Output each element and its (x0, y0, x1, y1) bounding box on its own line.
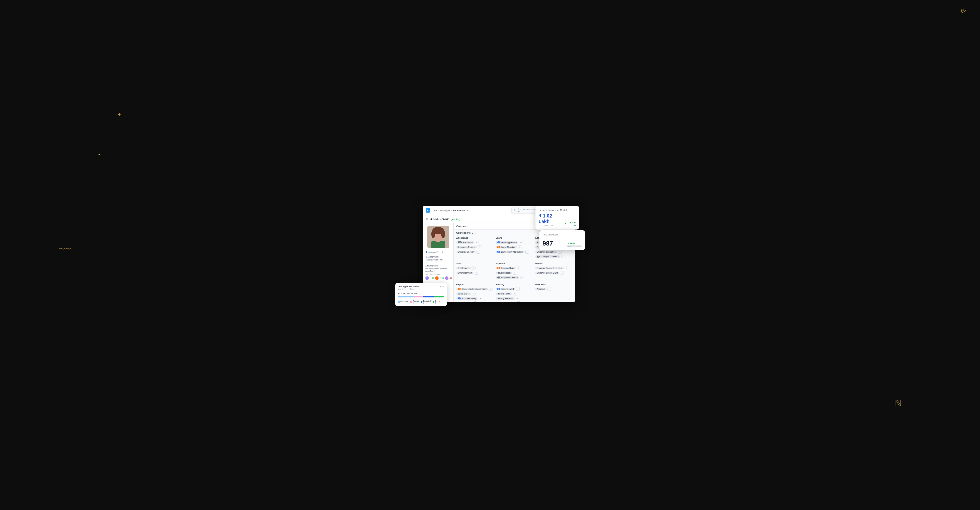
attendance-request-item: Attendance Request + (457, 245, 493, 249)
timesheet-badge[interactable]: 2 Timesheet (457, 302, 472, 303)
shift-request-item: Shift Request + (457, 266, 493, 270)
job-card-filter-icon[interactable]: ⊟ (439, 285, 441, 288)
training-feedback-add[interactable]: + (516, 296, 519, 300)
legend-dot-accepted (398, 301, 400, 303)
attendance-badge[interactable]: 44 Attendance (457, 241, 474, 244)
activity-body: 100 appreciation points for Anne Frank (425, 268, 451, 272)
assigned-to-label: 👤 Assigned To + (425, 250, 451, 254)
shift-request-add[interactable]: + (472, 266, 476, 270)
person-svg (427, 226, 449, 248)
employee-separation-item: Employee Separation + (535, 250, 572, 253)
attachment-item[interactable]: 📄 employee#f703 ▾ (425, 259, 451, 261)
salary-slip-add[interactable]: + (472, 292, 476, 295)
training-title: Training (496, 283, 533, 285)
benefit-application-badge[interactable]: Employee Benefit Application (535, 267, 564, 269)
employee-checkin-add[interactable]: + (476, 250, 480, 253)
activity-title: Amazing work! (425, 265, 451, 267)
shift-title: Shift (457, 262, 493, 265)
leave-policy-add[interactable]: + (525, 250, 529, 253)
training-event-add[interactable]: + (516, 287, 520, 291)
additional-salary-item: 1 Additional Salary + (457, 296, 493, 300)
employee-separation-add[interactable]: + (558, 250, 562, 253)
employee-checkin-badge[interactable]: Employee Checkin (457, 251, 476, 253)
salary-slip-badge[interactable]: Salary Slip 3 (457, 293, 471, 295)
appraisal-add[interactable]: + (547, 287, 551, 291)
benefit-claim-badge[interactable]: Employee Benefit Claim (535, 272, 559, 274)
point-badge-2: +100 (435, 276, 444, 280)
leave-application-add[interactable]: + (519, 241, 522, 244)
employee-skill-map-badge[interactable]: Employee Skill Map (496, 302, 516, 303)
breadcrumb-hr[interactable]: HR (434, 209, 437, 212)
leave-allocation-badge[interactable]: 5 Leave Allocation (496, 246, 517, 249)
salary-structure-badge[interactable]: 5 Salary Structure Assignment (457, 288, 488, 290)
expense-column: Expense 5 Expense Claim + Travel Request (496, 262, 533, 280)
benefit-claim-item: Employee Benefit Claim + (535, 271, 572, 274)
employee-skill-map-item: Employee Skill Map + (496, 301, 533, 302)
leave-application-item: 1 Leave Application + (496, 241, 533, 244)
employee-grievance-item: 2 Employee Grievance + (535, 255, 572, 258)
assigned-to-add[interactable]: + (441, 250, 444, 254)
overview-caret: ▾ (468, 225, 468, 228)
travel-request-add[interactable]: + (513, 271, 516, 274)
search-icon: 🔍 (514, 209, 516, 212)
job-card-title: Job Applicant Status (398, 285, 420, 288)
shift-request-badge[interactable]: Shift Request (457, 267, 471, 269)
legend-open: Open 1 (433, 300, 439, 304)
breadcrumb-emp-id[interactable]: HR-EMP-00004 (453, 209, 468, 212)
employee-advance-item: 2 Employee Advance + (496, 276, 533, 279)
appraisal-badge[interactable]: Appraisal (535, 288, 546, 290)
attendance-add[interactable]: + (475, 241, 479, 244)
additional-salary-badge[interactable]: 1 Additional Salary (457, 297, 478, 300)
employee-separation-badge[interactable]: Employee Separation (535, 251, 557, 253)
attendance-request-badge[interactable]: Attendance Request (457, 246, 477, 249)
additional-salary-add[interactable]: + (479, 296, 482, 300)
salary-card-title: Outgoing Salary (Last Month) ··· (539, 209, 576, 212)
employee-skill-map-add[interactable]: + (517, 301, 520, 302)
salary-structure-add[interactable]: + (489, 287, 492, 291)
leave-allocation-add[interactable]: + (518, 245, 522, 249)
employee-advance-badge[interactable]: 2 Employee Advance (496, 276, 520, 279)
app-logo[interactable]: E (426, 208, 430, 213)
training-feedback-badge[interactable]: Training Feedback (496, 297, 515, 300)
travel-request-item: Travel Request + (496, 271, 533, 274)
attendance-request-add[interactable]: + (478, 245, 481, 249)
leave-policy-badge[interactable]: 1 Leave Policy Assignment (496, 251, 524, 253)
point-badge-3: -50 (445, 276, 452, 280)
shift-assignment-badge[interactable]: Shift Assignment (457, 272, 474, 274)
progress-rejected (423, 296, 434, 297)
training-event-badge[interactable]: 1 Training Event (496, 288, 515, 290)
expense-claim-badge[interactable]: 5 Expense Claim (496, 267, 516, 269)
benefit-application-add[interactable]: + (565, 266, 568, 270)
leave-application-badge[interactable]: 1 Leave Application (496, 241, 518, 244)
salary-card-more[interactable]: ··· (573, 209, 576, 212)
page-title: Anne Frank (430, 217, 449, 221)
expense-claim-add[interactable]: + (517, 266, 520, 270)
shift-assignment-add[interactable]: + (475, 271, 478, 274)
job-card-subtitle: Last synced just now (398, 288, 420, 290)
employees-card-more[interactable]: ··· (579, 233, 582, 236)
salary-structure-item: 5 Salary Structure Assignment + (457, 287, 493, 291)
job-card-header: Job Applicant Status Last synced just no… (398, 285, 444, 292)
payroll-title: Payroll (457, 283, 493, 285)
training-result-badge[interactable]: Training Result (496, 293, 512, 295)
breadcrumb-sep-1: › (432, 209, 433, 212)
employee-grievance-badge[interactable]: 2 Employee Grievance (535, 255, 560, 258)
travel-request-badge[interactable]: Travel Request (496, 272, 512, 274)
payroll-column: Payroll 5 Salary Structure Assignment + (457, 283, 493, 302)
job-card-more-icon[interactable]: ··· (442, 285, 444, 288)
salary-sub: since last month (539, 225, 565, 227)
legend-dot-rejected (421, 301, 422, 303)
breadcrumb-employee[interactable]: Employee (440, 209, 450, 212)
salary-card-row: ₹ 1.02 Lakh since last month ↗ 174.6 % (539, 213, 576, 227)
svg-point-6 (441, 230, 445, 238)
menu-icon[interactable]: ☰ (426, 218, 428, 221)
employee-advance-add[interactable]: + (520, 276, 524, 279)
shift-column: Shift Shift Request + Shift Assignment + (457, 262, 493, 280)
accepted-label: ACCEPTED: 44.4% (398, 292, 444, 295)
timesheet-add[interactable]: + (473, 301, 477, 302)
employee-grievance-add[interactable]: + (561, 255, 565, 258)
employees-card: Total Employees ··· 987 ↗ 20 % since las… (539, 230, 585, 250)
legend-dot-open (433, 301, 434, 303)
training-result-add[interactable]: + (513, 292, 516, 295)
benefit-claim-add[interactable]: + (560, 271, 564, 274)
